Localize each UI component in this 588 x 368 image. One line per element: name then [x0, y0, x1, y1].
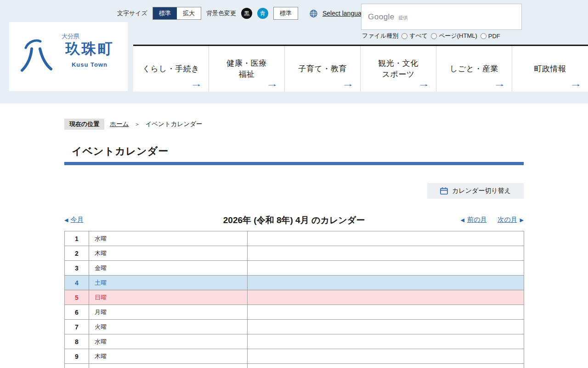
calendar-day-number: 2	[65, 246, 89, 261]
prefecture-label: 大分県	[55, 32, 124, 40]
town-name-en: Kusu Town	[55, 61, 124, 68]
calendar-events-cell	[248, 290, 524, 305]
calendar-icon	[440, 187, 448, 195]
nav-item-label: しごと・産業	[450, 63, 498, 75]
calendar-events-cell	[248, 305, 524, 320]
calendar-weekday: 木曜	[89, 349, 248, 364]
bg-black-button[interactable]: 黒	[241, 8, 252, 19]
calendar-weekday: 金曜	[89, 364, 248, 368]
arrow-right-icon: →	[342, 79, 354, 89]
arrow-right-icon: →	[570, 79, 582, 89]
calendar-weekday: 月曜	[89, 305, 248, 320]
nav-item[interactable]: くらし・手続き→	[133, 46, 209, 92]
calendar-row: 2木曜	[65, 246, 524, 261]
arrow-right-icon: →	[266, 79, 278, 89]
site-logo[interactable]: 大分県 玖珠町 Kusu Town	[9, 22, 128, 91]
bg-standard-button[interactable]: 標準	[273, 7, 298, 20]
calendar-row: 5日曜	[65, 290, 524, 305]
chevron-left-icon: ◀	[460, 217, 464, 223]
nav-item[interactable]: 観光・文化 スポーツ→	[361, 46, 436, 92]
calendar-weekday: 木曜	[89, 246, 248, 261]
calendar-weekday: 水曜	[89, 334, 248, 349]
calendar-events-cell	[248, 246, 524, 261]
town-emblem-icon	[19, 37, 52, 76]
nav-item[interactable]: しごと・産業→	[436, 46, 512, 92]
chevron-right-icon: ▶	[520, 217, 524, 223]
arrow-right-icon: →	[190, 79, 203, 89]
calendar-weekday: 金曜	[89, 261, 248, 276]
calendar-table-body: 1水曜2木曜3金曜4土曜5日曜6月曜7火曜8水曜9木曜10金曜	[65, 231, 524, 368]
breadcrumb-separator: ＞	[134, 121, 140, 128]
font-size-large-button[interactable]: 拡大	[177, 7, 201, 19]
calendar-row: 1水曜	[65, 231, 524, 246]
nav-item[interactable]: 子育て・教育→	[285, 46, 361, 92]
google-logo: Google	[368, 12, 395, 22]
nav-item[interactable]: 町政情報→	[512, 46, 588, 92]
calendar-row: 9木曜	[65, 349, 524, 364]
file-type-label: ファイル種別	[362, 32, 398, 40]
arrow-right-icon: →	[418, 79, 430, 89]
calendar-row: 10金曜	[65, 364, 524, 368]
file-type-html-label: ページ(HTML)	[439, 32, 477, 40]
calendar-day-number: 8	[65, 334, 89, 349]
font-size-label: 文字サイズ	[117, 9, 147, 17]
calendar-day-number: 9	[65, 349, 89, 364]
event-calendar-table: 1水曜2木曜3金曜4土曜5日曜6月曜7火曜8水曜9木曜10金曜	[64, 231, 524, 368]
calendar-row: 7火曜	[65, 320, 524, 334]
calendar-switch-label: カレンダー切り替え	[452, 187, 511, 195]
calendar-weekday: 水曜	[89, 231, 248, 246]
breadcrumb: 現在の位置 ホーム ＞ イベントカレンダー	[64, 119, 202, 130]
nav-item[interactable]: 健康・医療 福祉→	[209, 46, 285, 92]
google-provided-label: 提供	[398, 15, 408, 21]
bg-blue-button[interactable]: 青	[257, 8, 268, 19]
google-search-input[interactable]: Google 提供	[361, 4, 522, 30]
prev-month-link[interactable]: 前の月	[467, 216, 486, 224]
nav-item-label: 観光・文化 スポーツ	[378, 58, 418, 80]
nav-item-label: くらし・手続き	[142, 63, 199, 75]
breadcrumb-home-link[interactable]: ホーム	[110, 120, 129, 128]
radio-pdf[interactable]	[481, 33, 486, 39]
calendar-day-number: 7	[65, 320, 89, 334]
calendar-events-cell	[248, 261, 524, 276]
arrow-right-icon: →	[493, 79, 506, 89]
nav-item-label: 子育て・教育	[298, 63, 346, 75]
calendar-row: 6月曜	[65, 305, 524, 320]
main-nav: くらし・手続き→健康・医療 福祉→子育て・教育→観光・文化 スポーツ→しごと・産…	[133, 45, 588, 92]
radio-html[interactable]	[431, 33, 437, 39]
calendar-weekday: 火曜	[89, 320, 248, 334]
calendar-day-number: 3	[65, 261, 89, 276]
calendar-events-cell	[248, 349, 524, 364]
next-month-link[interactable]: 次の月	[498, 216, 517, 224]
calendar-navigation: 2026年 (令和 8年) 4月 のカレンダー ◀ 今月 ◀ 前の月 次の月 ▶	[64, 214, 524, 226]
breadcrumb-current: イベントカレンダー	[145, 120, 202, 128]
calendar-events-cell	[248, 320, 524, 334]
chevron-left-icon: ◀	[64, 217, 68, 223]
file-type-all-label: すべて	[409, 32, 428, 40]
calendar-title: 2026年 (令和 8年) 4月 のカレンダー	[64, 214, 524, 226]
accessibility-controls: 文字サイズ 標準 拡大 背景色変更 黒 青 標準 Select language	[117, 7, 368, 20]
calendar-switch-button[interactable]: カレンダー切り替え	[427, 183, 524, 199]
calendar-day-number: 4	[65, 276, 89, 290]
page: 文字サイズ 標準 拡大 背景色変更 黒 青 標準 Select language	[0, 0, 588, 368]
globe-icon	[310, 10, 317, 17]
calendar-events-cell	[248, 364, 524, 368]
file-type-pdf-label: PDF	[488, 33, 500, 40]
current-location-label: 現在の位置	[64, 119, 104, 130]
nav-item-label: 健康・医療 福祉	[226, 58, 267, 80]
calendar-events-cell	[248, 334, 524, 349]
calendar-day-number: 1	[65, 231, 89, 246]
font-size-standard-button[interactable]: 標準	[153, 7, 177, 19]
calendar-row: 3金曜	[65, 261, 524, 276]
calendar-events-cell	[248, 231, 524, 246]
title-underline-bar	[64, 162, 524, 165]
radio-all[interactable]	[401, 33, 407, 39]
this-month-link[interactable]: 今月	[70, 216, 83, 224]
font-size-toggle: 標準 拡大	[153, 7, 201, 20]
site-header: 文字サイズ 標準 拡大 背景色変更 黒 青 標準 Select language	[0, 0, 588, 104]
calendar-day-number: 10	[65, 364, 89, 368]
nav-item-label: 町政情報	[534, 63, 566, 75]
calendar-day-number: 5	[65, 290, 89, 305]
bg-color-label: 背景色変更	[206, 9, 236, 17]
page-title: イベントカレンダー	[72, 144, 169, 158]
site-logo-text: 大分県 玖珠町 Kusu Town	[55, 32, 124, 68]
